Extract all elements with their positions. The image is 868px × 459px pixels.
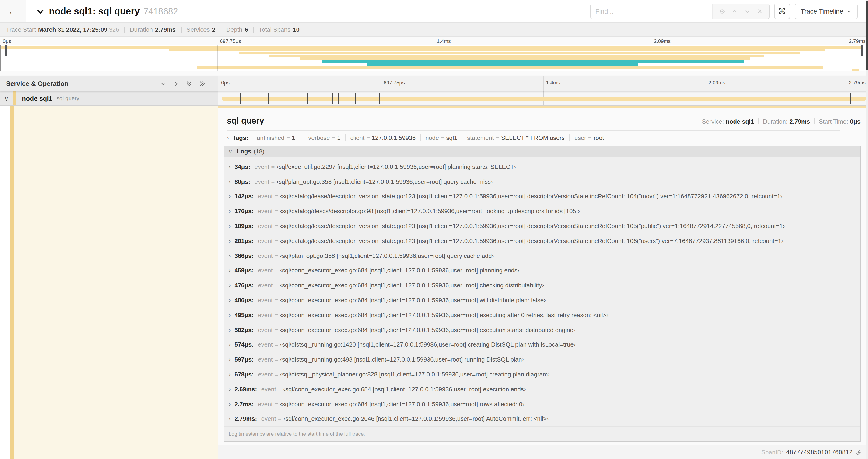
locate-icon[interactable] (719, 8, 725, 14)
stat-services: Services2 (186, 26, 215, 33)
span-color-indicator (12, 91, 16, 105)
viewport-handle-left[interactable] (5, 45, 6, 57)
next-result-icon[interactable] (744, 8, 750, 14)
span-detail-header: sql query Service:node sql1 Duration:2.7… (218, 108, 868, 129)
span-detail-panel: sql query Service:node sql1 Duration:2.7… (218, 106, 868, 459)
log-row[interactable]: ›495μseventsql/conn_executor_exec.go:684… (224, 308, 860, 323)
log-marker (355, 93, 356, 104)
tags-row[interactable]: › Tags: _unfinished1_verbose1client127.0… (218, 130, 868, 144)
logs-note: Log timestamps are relative to the start… (224, 426, 860, 441)
log-field-value: sql/conn_executor_exec.go:684 [nsql1,cli… (280, 267, 519, 274)
logs-header[interactable]: ∨ Logs (18) (224, 146, 860, 157)
find-input[interactable] (591, 4, 712, 19)
span-duration-bar[interactable] (222, 97, 866, 101)
tags-list: _unfinished1_verbose1client127.0.0.1:599… (252, 134, 609, 141)
log-equals (275, 267, 278, 274)
collapse-all-icon[interactable] (186, 80, 193, 87)
log-equals (275, 400, 278, 407)
log-row[interactable]: ›678μseventsql/distsql_physical_planner.… (224, 367, 860, 382)
log-field-key: event (258, 356, 273, 363)
log-equals (275, 297, 278, 304)
expand-all-icon[interactable] (199, 80, 206, 87)
back-button[interactable]: ← (0, 0, 26, 22)
detail-left-column (0, 106, 218, 459)
trace-id: 7418682 (144, 6, 178, 16)
span-row[interactable]: ∨ node sql1 sql query (0, 91, 868, 106)
log-marker (240, 93, 241, 104)
tag-value: 127.0.0.1:59936 (372, 134, 415, 141)
trace-view-selector[interactable]: Trace Timeline (795, 3, 858, 19)
log-row[interactable]: ›201μseventsql/catalog/lease/descriptor_… (224, 233, 860, 249)
time-label: 0μs (3, 38, 11, 44)
time-label: 697.75μs (383, 80, 405, 85)
log-row[interactable]: ›597μseventsql/distsql_running.go:498 [n… (224, 352, 860, 367)
log-row[interactable]: ›34μseventsql/exec_util.go:2297 [nsql1,c… (224, 159, 860, 174)
log-field-key: event (258, 252, 273, 259)
gridline (706, 76, 706, 91)
minimap-span-bar (239, 52, 800, 54)
log-marker (848, 93, 848, 104)
log-marker (329, 93, 329, 104)
minimap-canvas[interactable] (0, 45, 868, 71)
log-row[interactable]: ›502μseventsql/conn_executor_exec.go:684… (224, 323, 860, 337)
expand-one-icon[interactable] (173, 80, 180, 87)
span-row-timeline[interactable] (218, 91, 868, 105)
collapse-one-icon[interactable] (160, 80, 166, 87)
chevron-right-icon: › (229, 193, 231, 200)
log-row[interactable]: ›476μseventsql/conn_executor_exec.go:684… (224, 278, 860, 293)
log-field-value: sql/catalog/lease/descriptor_version_sta… (280, 223, 785, 230)
log-marker (380, 93, 380, 104)
span-row-name-column[interactable]: ∨ node sql1 sql query (0, 91, 218, 105)
log-row[interactable]: ›486μseventsql/conn_executor_exec.go:684… (224, 293, 860, 308)
service-label: Service: (702, 118, 724, 125)
find-suffix (712, 4, 769, 19)
chevron-right-icon: › (229, 208, 231, 215)
clear-icon[interactable] (757, 8, 762, 14)
log-timestamp: 189μs (235, 223, 254, 230)
log-row[interactable]: ›176μseventsql/catalog/descs/descriptor.… (224, 204, 860, 219)
viewport-handle-right[interactable] (862, 45, 863, 57)
log-row[interactable]: ›2.69mseventsql/conn_executor_exec.go:68… (224, 382, 860, 397)
span-operation-name: sql query (57, 95, 79, 102)
chevron-right-icon: › (229, 415, 231, 422)
chevron-right-icon: › (229, 178, 231, 185)
log-row[interactable]: ›366μseventsql/plan_opt.go:358 [nsql1,cl… (224, 249, 860, 263)
column-resizer[interactable] (212, 85, 214, 89)
log-equals (275, 223, 278, 230)
link-icon[interactable] (856, 449, 862, 456)
tag-equals (588, 134, 592, 141)
log-marker (266, 93, 266, 104)
log-field-key: event (258, 400, 273, 407)
gridline (381, 76, 381, 91)
log-row[interactable]: ›2.79mseventsql/conn_executor_exec.go:20… (224, 412, 860, 426)
log-equals (275, 237, 278, 244)
tag-item: nodesql1 (420, 134, 462, 141)
log-field-key: event (258, 208, 273, 215)
log-row[interactable]: ›142μseventsql/catalog/lease/descriptor_… (224, 189, 860, 204)
trace-collapse-icon[interactable] (36, 7, 44, 15)
log-timestamp: 459μs (235, 267, 254, 274)
log-field-value: sql/catalog/lease/descriptor_version_sta… (280, 193, 782, 200)
log-row[interactable]: ›2.7mseventsql/conn_executor_exec.go:684… (224, 397, 860, 412)
chevron-right-icon: › (229, 386, 231, 393)
log-field-key: event (258, 282, 273, 289)
time-label: 2.79ms (849, 38, 866, 44)
span-id-label: SpanID: (762, 449, 783, 456)
span-detail-area: sql query Service:node sql1 Duration:2.7… (0, 106, 868, 459)
log-timestamp: 366μs (235, 252, 254, 259)
keyboard-shortcuts-button[interactable]: ⌘ (774, 3, 790, 19)
log-marker (339, 93, 339, 104)
log-timestamp: 80μs (235, 178, 250, 185)
stat-value: 2.79ms (155, 26, 176, 33)
log-field-key: event (258, 326, 273, 333)
page-scrollbar-thumb[interactable] (866, 1, 868, 70)
stat-depth: Depth6 (226, 26, 248, 33)
log-row[interactable]: ›80μseventsql/plan_opt.go:358 [nsql1,cli… (224, 174, 860, 189)
log-row[interactable]: ›574μseventsql/distsql_running.go:1420 [… (224, 337, 860, 352)
log-marker (307, 93, 307, 104)
span-collapse-icon[interactable]: ∨ (4, 95, 11, 102)
log-row[interactable]: ›459μseventsql/conn_executor_exec.go:684… (224, 263, 860, 278)
prev-result-icon[interactable] (732, 8, 738, 14)
log-row[interactable]: ›189μseventsql/catalog/lease/descriptor_… (224, 219, 860, 233)
log-equals (275, 252, 278, 259)
